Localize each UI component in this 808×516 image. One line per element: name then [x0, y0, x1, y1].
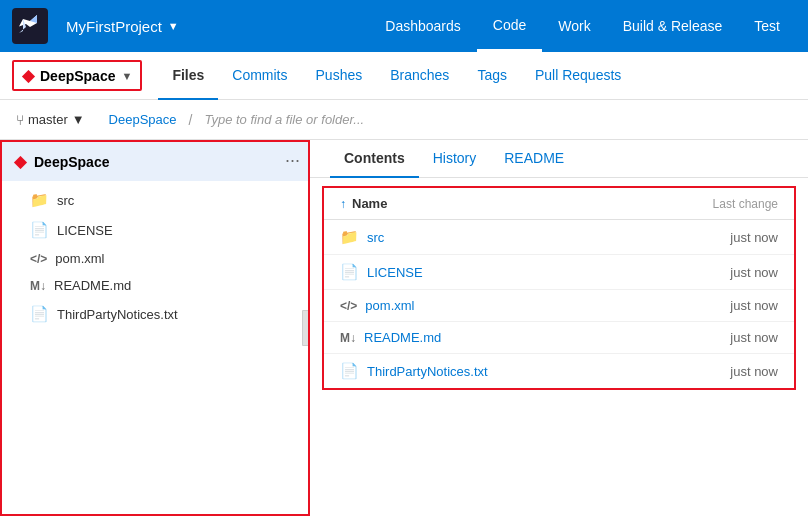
file-icon: 📄	[30, 305, 49, 323]
tab-branches[interactable]: Branches	[376, 53, 463, 100]
table-header: ↑ Name Last change	[324, 188, 794, 220]
list-item[interactable]: M↓ README.md	[2, 272, 308, 299]
table-row[interactable]: M↓ README.md just now	[324, 322, 794, 354]
breadcrumb-slash: /	[189, 112, 193, 128]
col-name-header: Name	[352, 196, 652, 211]
repo-chevron-icon: ▼	[121, 70, 132, 82]
row-file-name: src	[367, 230, 650, 245]
tab-files[interactable]: Files	[158, 53, 218, 100]
list-item[interactable]: 📁 src	[2, 185, 308, 215]
row-last-change: just now	[658, 364, 778, 379]
second-nav-items: Files Commits Pushes Branches Tags Pull …	[158, 52, 635, 99]
tab-pull-requests[interactable]: Pull Requests	[521, 53, 635, 100]
tab-commits[interactable]: Commits	[218, 53, 301, 100]
row-file-name: README.md	[364, 330, 650, 345]
list-item[interactable]: 📄 ThirdPartyNotices.txt	[2, 299, 308, 329]
collapse-panel-button[interactable]: ‹	[302, 310, 310, 346]
main-content: ◆ DeepSpace ··· 📁 src 📄 LICENSE </> pom.…	[0, 140, 808, 516]
folder-icon: 📁	[30, 191, 49, 209]
nav-item-work[interactable]: Work	[542, 0, 606, 52]
project-selector[interactable]: MyFirstProject ▼	[56, 12, 189, 41]
project-chevron-icon: ▼	[168, 20, 179, 32]
branch-name: master	[28, 112, 68, 127]
content-tabs: Contents History README	[310, 140, 808, 178]
top-nav-bar: MyFirstProject ▼ Dashboards Code Work Bu…	[0, 0, 808, 52]
file-name: README.md	[54, 278, 131, 293]
breadcrumb-repo[interactable]: DeepSpace	[109, 112, 177, 127]
file-name: ThirdPartyNotices.txt	[57, 307, 178, 322]
project-name: MyFirstProject	[66, 18, 162, 35]
table-row[interactable]: </> pom.xml just now	[324, 290, 794, 322]
markdown-icon: M↓	[30, 279, 46, 293]
nav-item-dashboards[interactable]: Dashboards	[369, 0, 477, 52]
table-row[interactable]: 📁 src just now	[324, 220, 794, 255]
file-icon: 📄	[340, 263, 359, 281]
branch-selector[interactable]: ⑂ master ▼	[16, 112, 85, 128]
sort-arrow-icon: ↑	[340, 197, 346, 211]
left-panel-header: ◆ DeepSpace	[2, 142, 308, 181]
more-options-icon[interactable]: ···	[285, 150, 300, 171]
tab-readme[interactable]: README	[490, 150, 578, 178]
file-icon: 📄	[30, 221, 49, 239]
row-last-change: just now	[658, 230, 778, 245]
markdown-icon: M↓	[340, 331, 356, 345]
repo-name: DeepSpace	[40, 68, 115, 84]
branch-chevron-icon: ▼	[72, 112, 85, 127]
tab-tags[interactable]: Tags	[463, 53, 521, 100]
repo-selector[interactable]: ◆ DeepSpace ▼	[12, 60, 142, 91]
path-search-hint[interactable]: Type to find a file or folder...	[204, 112, 364, 127]
right-panel: Contents History README ↑ Name Last chan…	[310, 140, 808, 516]
file-table: ↑ Name Last change 📁 src just now 📄 LICE…	[322, 186, 796, 390]
table-row[interactable]: 📄 LICENSE just now	[324, 255, 794, 290]
tab-contents[interactable]: Contents	[330, 150, 419, 178]
file-tree: 📁 src 📄 LICENSE </> pom.xml M↓ README.md…	[2, 181, 308, 333]
file-name: LICENSE	[57, 223, 113, 238]
list-item[interactable]: </> pom.xml	[2, 245, 308, 272]
second-nav-bar: ◆ DeepSpace ▼ Files Commits Pushes Branc…	[0, 52, 808, 100]
repo-diamond-icon: ◆	[22, 66, 34, 85]
list-item[interactable]: 📄 LICENSE	[2, 215, 308, 245]
row-file-name: LICENSE	[367, 265, 650, 280]
app-logo	[12, 8, 48, 44]
tab-history[interactable]: History	[419, 150, 491, 178]
row-last-change: just now	[658, 330, 778, 345]
table-row[interactable]: 📄 ThirdPartyNotices.txt just now	[324, 354, 794, 388]
col-change-header: Last change	[658, 197, 778, 211]
file-name: pom.xml	[55, 251, 104, 266]
left-panel: ◆ DeepSpace ··· 📁 src 📄 LICENSE </> pom.…	[0, 140, 310, 516]
xml-icon: </>	[340, 299, 357, 313]
left-panel-repo-name: DeepSpace	[34, 154, 109, 170]
row-file-name: pom.xml	[365, 298, 650, 313]
row-last-change: just now	[658, 265, 778, 280]
row-file-name: ThirdPartyNotices.txt	[367, 364, 650, 379]
top-nav-items: Dashboards Code Work Build & Release Tes…	[369, 0, 796, 52]
branch-icon: ⑂	[16, 112, 24, 128]
file-name: src	[57, 193, 74, 208]
file-icon: 📄	[340, 362, 359, 380]
folder-icon: 📁	[340, 228, 359, 246]
xml-icon: </>	[30, 252, 47, 266]
branch-bar: ⑂ master ▼ DeepSpace / Type to find a fi…	[0, 100, 808, 140]
row-last-change: just now	[658, 298, 778, 313]
left-panel-repo-icon: ◆	[14, 152, 26, 171]
nav-item-test[interactable]: Test	[738, 0, 796, 52]
tab-pushes[interactable]: Pushes	[302, 53, 377, 100]
nav-item-build-release[interactable]: Build & Release	[607, 0, 739, 52]
nav-item-code[interactable]: Code	[477, 0, 542, 52]
